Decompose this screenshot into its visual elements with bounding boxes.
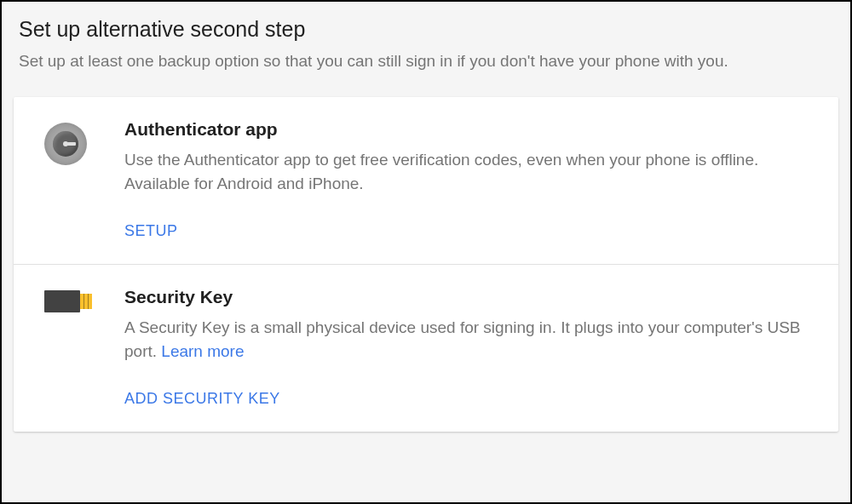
option-description: A Security Key is a small physical devic… (124, 316, 813, 364)
option-title: Security Key (124, 287, 813, 307)
security-key-icon (44, 290, 97, 312)
option-description: Use the Authenticator app to get free ve… (124, 148, 813, 197)
setup-authenticator-button[interactable]: SETUP (124, 222, 178, 240)
settings-panel: Set up alternative second step Set up at… (0, 0, 852, 504)
page-subtitle: Set up at least one backup option so tha… (19, 50, 833, 73)
add-security-key-button[interactable]: ADD SECURITY KEY (124, 390, 280, 408)
option-security-key: Security Key A Security Key is a small p… (14, 264, 838, 432)
option-body: Security Key A Security Key is a small p… (124, 287, 813, 408)
option-title: Authenticator app (124, 119, 813, 140)
options-card: Authenticator app Use the Authenticator … (14, 97, 838, 432)
authenticator-icon (44, 123, 97, 165)
learn-more-link[interactable]: Learn more (161, 342, 244, 360)
option-body: Authenticator app Use the Authenticator … (124, 119, 813, 240)
option-authenticator: Authenticator app Use the Authenticator … (14, 97, 838, 264)
panel-header: Set up alternative second step Set up at… (2, 2, 850, 97)
page-title: Set up alternative second step (19, 17, 833, 42)
